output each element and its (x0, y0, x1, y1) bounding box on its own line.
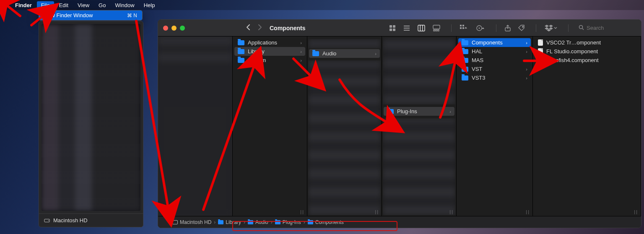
column-resize-handle[interactable]: || (375, 209, 379, 214)
menubar-help[interactable]: Help (140, 1, 159, 9)
minimize-button[interactable] (171, 26, 177, 31)
folder-applications[interactable]: Applications › (234, 38, 305, 47)
folder-mas[interactable]: MAS › (458, 56, 531, 65)
svg-rect-3 (393, 25, 395, 28)
column-resize-handle[interactable]: || (526, 209, 530, 214)
menubar: Finder File Edit View Go Window Help (0, 0, 644, 10)
svg-rect-9 (418, 25, 425, 31)
entry-label: Components (472, 39, 503, 46)
folder-icon (275, 220, 280, 224)
toolbar-divider (451, 24, 452, 32)
blurred-rows (308, 39, 381, 48)
column-view-button[interactable] (416, 25, 427, 31)
path-label: Plug-Ins (283, 219, 301, 225)
svg-rect-12 (433, 25, 440, 29)
folder-icon (312, 51, 319, 56)
action-menu-button[interactable] (474, 25, 487, 31)
svg-rect-18 (460, 27, 462, 29)
svg-rect-4 (390, 29, 392, 31)
path-bar: Macintosh HD › Library › Audio › Plug-In… (158, 216, 641, 228)
gallery-view-button[interactable] (431, 25, 442, 31)
entry-label: Applications (248, 39, 277, 46)
group-by-button[interactable] (458, 25, 470, 31)
menubar-app-name[interactable]: Finder (11, 1, 36, 9)
sidebar-footer[interactable]: Macintosh HD (39, 213, 143, 227)
svg-rect-13 (434, 30, 435, 31)
chevron-right-icon: › (526, 40, 527, 45)
menubar-file[interactable]: File (37, 1, 54, 9)
menubar-go[interactable]: Go (94, 1, 110, 9)
apple-menu[interactable] (3, 4, 10, 6)
file-tunefish[interactable]: Tunefish4.component (535, 56, 639, 65)
chevron-right-icon: › (244, 219, 245, 225)
entry-label: MAS (472, 57, 483, 63)
column-resize-handle[interactable]: || (300, 209, 304, 214)
file-menu-item-label: New Finder Window (44, 12, 93, 18)
path-label: Library (226, 219, 241, 225)
column-audio: Plug-Ins › || (382, 36, 457, 216)
tags-button[interactable] (517, 25, 527, 31)
folder-vst[interactable]: VST › (458, 65, 531, 73)
file-menu-item-shortcut: ⌘ N (127, 13, 137, 18)
entry-label: Tunefish4.component (546, 57, 599, 63)
chevron-right-icon: › (271, 219, 273, 225)
menubar-edit[interactable]: Edit (55, 1, 73, 9)
path-seg-components[interactable]: Components (308, 219, 344, 225)
search-field[interactable] (575, 24, 636, 32)
zoom-button[interactable] (180, 26, 185, 31)
folder-icon (308, 220, 313, 224)
menubar-window[interactable]: Window (111, 1, 138, 9)
column-resize-handle[interactable]: || (634, 209, 638, 214)
forward-button[interactable] (257, 24, 263, 32)
folder-system[interactable]: System › (234, 56, 305, 65)
column-resize-handle[interactable]: || (449, 209, 454, 214)
folder-vst3[interactable]: VST3 › (458, 73, 531, 82)
dropbox-button[interactable] (543, 25, 559, 31)
menubar-view[interactable]: View (73, 1, 93, 9)
share-button[interactable] (503, 25, 512, 31)
icon-view-button[interactable] (387, 25, 397, 31)
chevron-right-icon: › (300, 49, 302, 54)
path-seg-plugins[interactable]: Plug-Ins (275, 219, 301, 225)
folder-hal[interactable]: HAL › (458, 47, 531, 56)
file-vsco2[interactable]: VSCO2 Tr…omponent (535, 38, 639, 47)
folder-icon (218, 220, 223, 224)
view-switcher (387, 25, 442, 31)
svg-point-21 (479, 27, 480, 29)
entry-label: Library (248, 48, 265, 55)
folder-icon (462, 75, 468, 81)
chevron-right-icon: › (304, 219, 305, 225)
chevron-right-icon: › (526, 75, 527, 81)
window-controls (163, 26, 185, 31)
path-seg-macintosh-hd[interactable]: Macintosh HD (172, 219, 211, 225)
chevron-right-icon: › (526, 67, 527, 72)
search-input[interactable] (587, 25, 633, 31)
svg-point-23 (522, 26, 523, 27)
disk-icon (44, 218, 50, 224)
path-seg-audio[interactable]: Audio (248, 219, 268, 225)
file-icon (538, 48, 543, 55)
svg-point-1 (48, 220, 49, 221)
svg-point-24 (579, 25, 583, 29)
entry-label: VST (472, 66, 482, 72)
list-view-button[interactable] (402, 25, 412, 31)
folder-audio[interactable]: Audio › (309, 49, 380, 58)
blurred-rows (383, 118, 455, 215)
folder-icon (462, 67, 468, 72)
file-flstudio[interactable]: FL Studio.component (535, 47, 639, 56)
toolbar-divider (496, 24, 496, 32)
folder-components[interactable]: Components › (458, 38, 531, 47)
chevron-right-icon: › (526, 58, 527, 63)
file-menu-new-finder-window[interactable]: New Finder Window ⌘ N (39, 10, 142, 20)
path-seg-library[interactable]: Library (218, 219, 241, 225)
close-button[interactable] (163, 26, 168, 31)
finder-sidebar-window: Macintosh HD (39, 21, 143, 227)
folder-plugins[interactable]: Plug-Ins › (384, 107, 454, 116)
back-button[interactable] (245, 24, 252, 32)
folder-icon (238, 40, 244, 45)
folder-library[interactable]: Library › (234, 47, 305, 56)
path-label: Macintosh HD (180, 219, 211, 225)
svg-rect-6 (404, 26, 410, 26)
file-menu-dropdown: New Finder Window ⌘ N (39, 10, 143, 21)
chevron-right-icon: › (375, 51, 377, 56)
